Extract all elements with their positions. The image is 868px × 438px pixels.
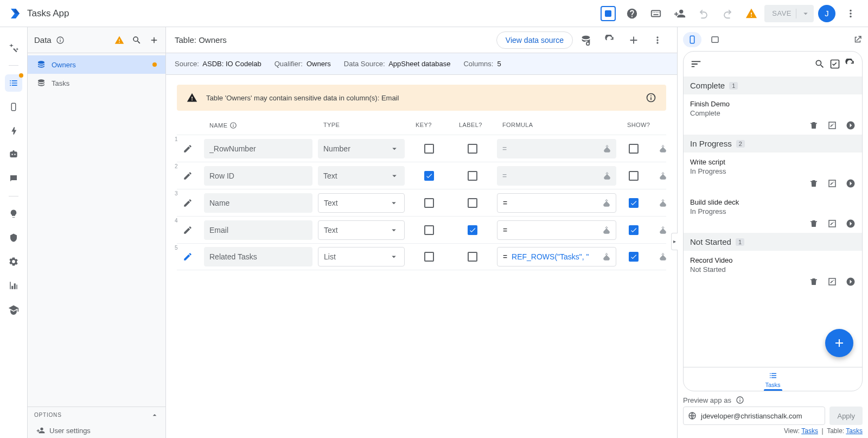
preview-card[interactable]: Build slide deck In Progress [684,193,862,233]
beaker-icon[interactable] [602,171,612,181]
tablet-preview-toggle[interactable] [706,32,724,47]
preview-list[interactable]: Complete1Finish Demo Complete In Progres… [684,77,862,367]
preview-card[interactable]: Finish Demo Complete [684,94,862,135]
search-icon[interactable] [814,59,825,69]
formula-input[interactable]: = REF_ROWS("Tasks", " [497,247,616,266]
view-data-source-button[interactable]: View data source [496,31,573,49]
fab-add-button[interactable] [825,329,853,357]
undo-button[interactable] [693,3,714,24]
user-settings[interactable]: User settings [28,423,165,438]
trash-icon[interactable] [809,179,819,188]
column-name-input[interactable] [204,220,312,240]
refresh-button[interactable] [599,29,621,51]
edit-icon[interactable] [827,277,837,287]
pencil-icon[interactable] [177,144,199,154]
select-icon[interactable] [829,59,840,69]
chevron-right-icon[interactable] [846,219,856,228]
info-icon[interactable] [736,396,744,404]
checkbox[interactable] [468,144,477,154]
footer-view-link[interactable]: Tasks [801,427,818,435]
phone-preview-toggle[interactable] [683,32,701,47]
rail-intelligence[interactable] [5,205,22,223]
checkbox[interactable] [424,171,434,181]
preview-group-header[interactable]: In Progress2 [684,135,862,153]
beaker-icon[interactable] [602,198,611,208]
column-type-select[interactable]: List [318,247,405,266]
rail-actions[interactable] [5,122,22,139]
column-type-select[interactable]: Text [318,166,405,186]
add-column-button[interactable] [623,29,644,51]
sort-icon[interactable] [690,58,702,70]
search-icon[interactable] [132,35,142,45]
edit-icon[interactable] [827,120,837,130]
trash-icon[interactable] [809,277,819,287]
beaker-icon[interactable] [651,144,675,154]
add-table-button[interactable] [149,35,159,45]
beaker-icon[interactable] [651,198,675,208]
beaker-icon[interactable] [602,144,612,154]
app-brand[interactable]: Tasks App [7,7,69,20]
rail-views[interactable] [5,98,22,116]
warning-icon[interactable] [114,35,124,45]
column-type-select[interactable]: Text [318,220,405,240]
rail-suggest[interactable] [5,39,22,56]
preview-group-header[interactable]: Complete1 [684,77,862,94]
preview-as-input[interactable]: jdeveloper@christianschalk.com [683,407,825,425]
share-button[interactable] [669,3,691,24]
info-icon[interactable] [646,92,656,103]
rail-manage[interactable] [5,277,22,294]
checkbox[interactable] [468,171,477,181]
redo-button[interactable] [717,3,738,24]
chevron-right-icon[interactable] [846,179,856,188]
keyboard-button[interactable] [645,3,667,24]
trash-icon[interactable] [809,120,819,130]
checkbox[interactable] [424,144,434,154]
data-source-settings-button[interactable] [575,29,597,51]
rail-security[interactable] [5,229,22,246]
footer-table-link[interactable]: Tasks [846,427,863,435]
pencil-icon[interactable] [177,198,199,208]
rail-automation[interactable] [5,146,22,163]
beaker-icon[interactable] [651,171,675,181]
checkbox[interactable] [424,225,434,235]
formula-input[interactable]: = [497,139,616,158]
checkbox[interactable] [629,198,639,208]
checkbox[interactable] [468,252,477,262]
pencil-icon[interactable] [177,252,199,262]
avatar[interactable]: J [818,5,835,22]
help-button[interactable] [621,3,643,24]
data-table-owners[interactable]: Owners [28,55,165,74]
beaker-icon[interactable] [602,225,611,235]
rail-data[interactable] [5,74,22,92]
expand-handle[interactable]: ▸ [671,233,678,250]
main-more-button[interactable] [647,29,668,51]
warnings-button[interactable] [741,3,762,24]
column-type-select[interactable]: Text [318,193,405,213]
rail-settings[interactable] [5,253,22,270]
data-table-tasks[interactable]: Tasks [28,74,165,92]
beaker-icon[interactable] [651,252,675,262]
info-icon[interactable] [56,36,65,45]
checkbox[interactable] [468,225,477,235]
formula-input[interactable]: = [497,166,616,186]
checkbox[interactable] [629,171,639,181]
pencil-icon[interactable] [177,225,199,235]
preview-card[interactable]: Record Video Not Started [684,251,862,291]
chevron-right-icon[interactable] [846,120,856,130]
column-name-input[interactable] [204,139,312,158]
save-button[interactable]: SAVE [764,5,814,22]
rail-learn[interactable] [5,301,22,318]
preview-group-header[interactable]: Not Started1 [684,233,862,251]
preview-card[interactable]: Write script In Progress [684,153,862,193]
preview-live-button[interactable] [597,3,619,24]
column-name-input[interactable] [204,166,312,186]
checkbox[interactable] [424,252,434,262]
options-toggle[interactable]: OPTIONS [28,407,165,423]
formula-input[interactable]: = [497,193,616,213]
rail-chat[interactable] [5,170,22,187]
checkbox[interactable] [629,252,639,262]
checkbox[interactable] [468,198,477,208]
refresh-icon[interactable] [845,59,856,69]
edit-icon[interactable] [827,219,837,228]
open-new-icon[interactable] [853,35,863,45]
